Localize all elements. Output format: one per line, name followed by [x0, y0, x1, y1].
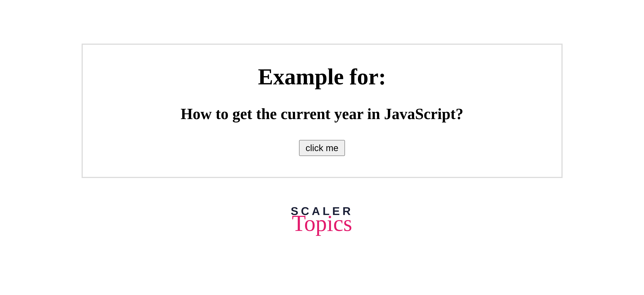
example-card: Example for: How to get the current year…: [82, 44, 562, 178]
scaler-topics-logo: SCALER Topics: [291, 205, 353, 235]
logo-text-topics: Topics: [291, 212, 353, 235]
card-title: Example for:: [94, 64, 550, 90]
click-me-button[interactable]: click me: [299, 140, 345, 156]
card-subtitle: How to get the current year in JavaScrip…: [94, 105, 550, 123]
